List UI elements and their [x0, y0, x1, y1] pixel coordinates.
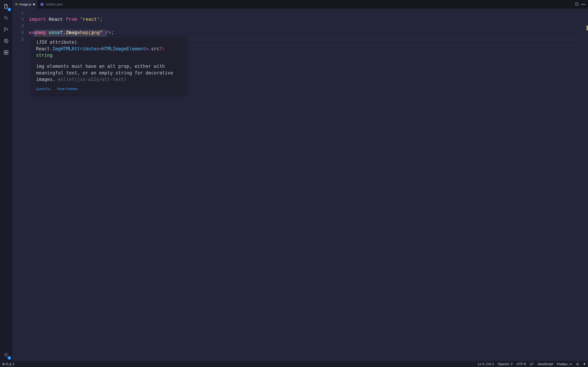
settings-gear-icon[interactable]: 1 [2, 350, 10, 359]
debug-icon[interactable] [2, 37, 10, 45]
status-eol[interactable]: LF [530, 362, 534, 366]
settings-badge: 1 [8, 356, 11, 360]
svg-point-14 [577, 364, 577, 364]
error-count: 0 [6, 362, 8, 366]
source-control-icon[interactable] [2, 25, 10, 33]
quick-fix-link[interactable]: Quick Fix... [36, 87, 53, 91]
status-problems[interactable]: 0 1 [2, 362, 14, 366]
more-actions-icon[interactable]: ••• [581, 2, 586, 7]
svg-rect-8 [4, 53, 6, 54]
svg-point-0 [4, 16, 7, 19]
status-prettier[interactable]: Prettier: ✔ [557, 362, 572, 366]
svg-point-1 [4, 27, 5, 28]
svg-rect-9 [6, 53, 8, 54]
explorer-badge: 1 [8, 8, 11, 11]
status-language-mode[interactable]: JavaScript [537, 362, 553, 366]
js-file-icon: JS [15, 3, 18, 6]
svg-point-10 [5, 354, 7, 355]
tab-label: .eslintrc.json [45, 3, 63, 6]
status-bar: 0 1 Ln 5, Col 1 Spaces: 2 UTF-8 LF JavaS… [0, 361, 588, 367]
status-indentation[interactable]: Spaces: 2 [498, 362, 513, 366]
dirty-indicator-icon [33, 3, 35, 5]
eslint-file-icon [41, 3, 43, 6]
warning-count: 1 [13, 362, 15, 366]
search-icon[interactable] [2, 14, 10, 22]
notifications-bell-icon[interactable] [583, 363, 586, 366]
warning-squiggle [34, 36, 107, 36]
line-number-gutter: 1 2 3 4 5 [12, 10, 29, 361]
feedback-smiley-icon[interactable] [576, 363, 579, 366]
tab-label: Image.js [19, 3, 31, 6]
peek-problem-link[interactable]: Peek Problem [57, 87, 78, 91]
tab-bar: JS Image.js .eslintrc.json ••• [12, 0, 588, 9]
explorer-icon[interactable]: 1 [2, 2, 10, 10]
svg-point-13 [576, 363, 579, 365]
svg-rect-6 [4, 50, 6, 52]
extensions-icon[interactable] [2, 48, 10, 57]
status-encoding[interactable]: UTF-8 [516, 362, 526, 366]
overview-ruler-warning [587, 25, 588, 30]
svg-rect-7 [6, 50, 8, 52]
svg-point-15 [578, 364, 578, 364]
tab-eslintrc[interactable]: .eslintrc.json [38, 0, 66, 9]
hover-signature: (JSX attribute) React.ImgHTMLAttributes<… [34, 37, 185, 61]
hover-tooltip: (JSX attribute) React.ImgHTMLAttributes<… [34, 37, 186, 94]
tab-image-js[interactable]: JS Image.js [12, 0, 38, 9]
svg-point-2 [4, 30, 5, 31]
status-cursor-position[interactable]: Ln 5, Col 1 [478, 362, 494, 366]
hover-problem-message: img elements must have an alt prop, eith… [34, 61, 185, 85]
split-editor-icon[interactable] [575, 2, 579, 7]
activity-bar: 1 1 [0, 0, 12, 361]
editor[interactable]: 1 2 3 4 5 import React from 'react'; exp… [12, 9, 588, 361]
